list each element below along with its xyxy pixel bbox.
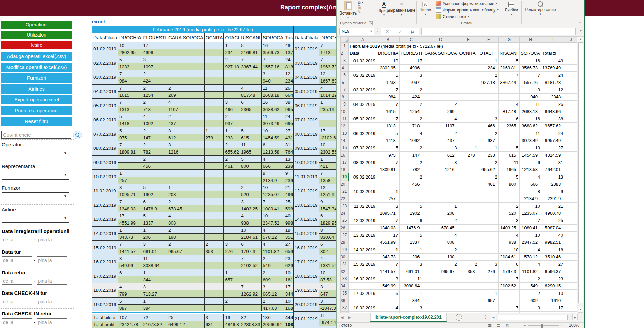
sheet-cell[interactable]: 965.67: [423, 268, 458, 275]
row-header-10[interactable]: 10: [341, 108, 349, 115]
sheet-cell[interactable]: 1418: [377, 137, 399, 144]
row-header-13[interactable]: 13: [341, 130, 349, 137]
sheet-cell[interactable]: [564, 181, 577, 188]
sheet-cell[interactable]: 549.99: [377, 282, 399, 290]
row-header-11[interactable]: 11: [341, 115, 349, 123]
sheet-cell[interactable]: [458, 137, 478, 144]
row-header-34[interactable]: 34: [341, 282, 349, 290]
sheet-cell[interactable]: 27: [541, 261, 564, 268]
sheet-cell[interactable]: 10: [520, 232, 541, 239]
sheet-cell[interactable]: 4551.99: [377, 239, 399, 246]
sheet-cell[interactable]: 2: [458, 261, 478, 268]
action-button-modifica-operatii-excel-csv[interactable]: Modifica operatii excel(.csv): [1, 63, 72, 72]
sheet-cell[interactable]: [423, 304, 458, 312]
sheet-cell[interactable]: 6: [377, 290, 399, 297]
sheet-cell[interactable]: [458, 166, 478, 173]
sheet-cell[interactable]: 520: [498, 210, 520, 217]
sheet-cell[interactable]: 1615: [377, 108, 399, 115]
row-header-28[interactable]: 28: [341, 239, 349, 246]
sheet-cell[interactable]: [458, 122, 478, 130]
sheet-cell[interactable]: 975: [377, 151, 399, 159]
sheet-cell[interactable]: [564, 253, 577, 261]
search-input[interactable]: [1, 131, 71, 139]
sheet-cell[interactable]: [458, 86, 478, 94]
sheet-cell[interactable]: 938: [498, 239, 520, 246]
sheet-cell[interactable]: 655.62: [478, 166, 498, 173]
sheet-cell[interactable]: 7: [520, 217, 541, 225]
new-sheet-icon[interactable]: +: [456, 314, 462, 321]
sheet-cell[interactable]: 666: [520, 181, 541, 188]
column-header-h[interactable]: H: [520, 37, 541, 43]
sheet-cell[interactable]: 1107: [423, 122, 458, 130]
sheet-cell[interactable]: 1: [399, 246, 423, 254]
sheet-cell[interactable]: 1610: [541, 297, 564, 304]
sheet-cell[interactable]: 2: [399, 101, 423, 108]
copy-icon[interactable]: ⧉ ▾: [358, 0, 363, 5]
column-header-i[interactable]: I: [541, 37, 564, 43]
select-all-corner[interactable]: [341, 37, 349, 43]
sheet-cell[interactable]: 6596.37: [541, 268, 564, 275]
row-header-19[interactable]: 19: [341, 173, 349, 181]
sheet-cell[interactable]: [478, 232, 498, 239]
hscroll-left-icon[interactable]: ◀: [491, 314, 496, 320]
sheet-cell[interactable]: 549: [520, 282, 541, 290]
sheet-cell[interactable]: 3566.73: [520, 64, 541, 72]
sheet-cell[interactable]: 7: [377, 115, 399, 123]
sheet-cell[interactable]: 7: [377, 86, 399, 94]
sheet-cell[interactable]: [423, 297, 458, 304]
collapse-ribbon-icon[interactable]: ⌃: [579, 21, 582, 25]
sheet-cell[interactable]: [458, 253, 478, 261]
action-button-adauga-operatii-excel-csv[interactable]: Adauga operatii excel(.csv): [1, 52, 72, 61]
sheet-cell[interactable]: 10: [377, 57, 399, 65]
sheet-cell[interactable]: 1: [399, 290, 423, 297]
sheet-cell[interactable]: 269: [423, 108, 458, 115]
sheet-cell[interactable]: 5: [498, 57, 520, 65]
action-button-printeaza-operatiuni[interactable]: Printeaza operatiuni: [1, 106, 72, 115]
sheet-cell[interactable]: 198: [423, 253, 458, 261]
row-header-31[interactable]: 31: [341, 261, 349, 268]
sheet-cell[interactable]: 1797.3: [498, 268, 520, 275]
sheet-cell[interactable]: [458, 79, 478, 86]
row-header-6[interactable]: 6: [341, 79, 349, 86]
sheet-cell[interactable]: 3: [377, 275, 399, 283]
sheet-cell[interactable]: [349, 239, 377, 246]
sheet-cell[interactable]: [478, 253, 498, 261]
sheet-cell[interactable]: [564, 101, 577, 108]
sheet-cell[interactable]: 08.02.2019: [349, 159, 377, 166]
sheet-cell[interactable]: 3688.62: [520, 122, 541, 130]
sheet-cell[interactable]: 4: [423, 115, 458, 123]
sheet-cell[interactable]: 984: [377, 93, 399, 101]
expand-formula-bar-icon[interactable]: v: [580, 29, 582, 32]
sheet-cell[interactable]: 1313: [377, 122, 399, 130]
sheet-cell[interactable]: 1454.59: [520, 151, 541, 159]
sheet-cell[interactable]: 2102.52: [498, 282, 520, 290]
sheet-cell[interactable]: [458, 195, 478, 203]
sheet-cell[interactable]: 278: [458, 151, 478, 159]
sidebar-item-operatiuni[interactable]: Operatiuni: [1, 21, 72, 29]
sheet-cell[interactable]: 6: [520, 159, 541, 166]
zoom-out-icon[interactable]: −: [523, 323, 526, 328]
sheet-cell[interactable]: 424: [399, 93, 423, 101]
sheet-cell[interactable]: [478, 224, 498, 232]
sheet-cell[interactable]: 6643.66: [541, 108, 564, 115]
sheet-cell[interactable]: 2: [399, 144, 423, 152]
sheet-cell[interactable]: [458, 93, 478, 101]
sheet-cell[interactable]: OCNITA: [458, 50, 478, 57]
sheet-cell[interactable]: [458, 181, 478, 188]
data-retur-from-input[interactable]: [2, 277, 32, 285]
sheet-cell[interactable]: [564, 188, 577, 195]
sheet-cell[interactable]: FLORESTI: [399, 50, 423, 57]
sheet-cell[interactable]: 11: [498, 159, 520, 166]
sheet-cell[interactable]: 2: [498, 203, 520, 210]
excel-export-link[interactable]: excel: [92, 19, 105, 24]
sheet-cell[interactable]: [478, 101, 498, 108]
sheet-cell[interactable]: 147: [399, 151, 423, 159]
sheet-cell[interactable]: 661.01: [399, 268, 423, 275]
sheet-cell[interactable]: 3088.64: [399, 282, 423, 290]
sheet-cell[interactable]: [564, 159, 577, 166]
sheet-cell[interactable]: [458, 130, 478, 137]
sheet-cell[interactable]: 3: [520, 86, 541, 94]
sheet-cell[interactable]: 6: [498, 115, 520, 123]
sheet-cell[interactable]: [458, 101, 478, 108]
sheet-cell[interactable]: 808: [423, 239, 458, 246]
